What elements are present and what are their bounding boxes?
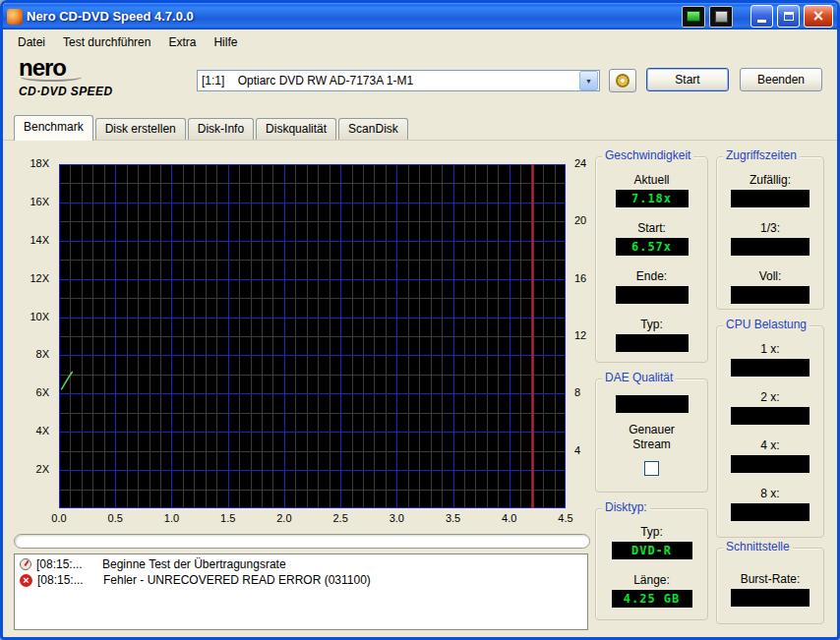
left-axis-tick: 2X — [36, 463, 49, 475]
eject-button[interactable] — [609, 69, 636, 92]
left-axis-labels: 18X16X14X12X10X8X6X4X2X — [3, 164, 55, 508]
iface-label-0: Burst-Rate: — [717, 572, 823, 586]
log-entry-1: [08:15:...Fehler - UNRECOVERED READ ERRO… — [17, 572, 585, 588]
cpu-value-1 — [731, 407, 810, 425]
maximize-icon — [784, 12, 794, 21]
tab-diskqualit-t[interactable]: Diskqualität — [256, 118, 336, 140]
cpu-label-3: 8 x: — [717, 487, 823, 500]
access-times-panel-title: Zugriffszeiten — [723, 148, 800, 162]
dae-value — [616, 395, 689, 413]
drive-combobox-value: [1:1] Optiarc DVD RW AD-7173A 1-M1 — [198, 74, 579, 87]
cpu-label-2: 4 x: — [717, 438, 823, 452]
access-value-0 — [731, 190, 810, 207]
disc-type-panel-title: Disktyp: — [602, 500, 650, 514]
cpu-label-0: 1 x: — [717, 342, 823, 356]
quit-button[interactable]: Beenden — [740, 68, 822, 91]
disc-label-1: Länge: — [596, 573, 707, 587]
maximize-button[interactable] — [777, 5, 800, 28]
close-button[interactable]: × — [804, 5, 833, 28]
speed-panel-title: Geschwindigkeit — [602, 148, 693, 162]
dae-stream-label: Genauer Stream — [621, 423, 684, 452]
x-axis-tick: 3.5 — [446, 512, 460, 524]
tab-disk-erstellen[interactable]: Disk erstellen — [95, 118, 186, 140]
close-icon: × — [812, 9, 825, 24]
toolbar: nero CD·DVD SPEED [1:1] Optiarc DVD RW A… — [3, 55, 837, 108]
logo-line2: CD·DVD SPEED — [19, 85, 186, 98]
gray-panel-icon — [715, 11, 728, 23]
access-times-panel: Zugriffszeiten Zufällig:1/3:Voll: — [716, 156, 824, 310]
window-title: Nero CD-DVD Speed 4.7.0.0 — [27, 9, 678, 24]
x-axis-tick: 4.0 — [502, 512, 516, 524]
titlebar-tool-button-2[interactable] — [709, 6, 733, 28]
disc-value-1: 4.25 GB — [612, 590, 692, 608]
speed-label-0: Aktuell — [596, 173, 707, 187]
right-axis-tick: 8 — [574, 386, 580, 398]
cpu-value-0 — [731, 359, 810, 377]
cpu-value-3 — [731, 503, 810, 521]
x-axis-tick: 3.0 — [390, 512, 404, 524]
left-axis-tick: 14X — [30, 234, 49, 246]
minimize-button[interactable] — [750, 5, 773, 28]
access-label-0: Zufällig: — [717, 173, 823, 187]
menu-item-hilfe[interactable]: Hilfe — [205, 32, 246, 52]
speed-value-3 — [616, 334, 689, 352]
log-entry-text: Beginne Test der Übertragungsrate — [102, 557, 286, 571]
tab-benchmark[interactable]: Benchmark — [14, 115, 93, 141]
disc-icon — [616, 74, 630, 87]
disc-type-panel: Disktyp: Typ:DVD-RLänge:4.25 GB — [595, 508, 708, 620]
titlebar-tool-button-1[interactable] — [682, 6, 705, 28]
tab-scandisk[interactable]: ScanDisk — [338, 118, 408, 140]
speed-label-3: Typ: — [596, 318, 707, 331]
tabstrip: BenchmarkDisk erstellenDisk-InfoDiskqual… — [3, 108, 837, 140]
x-axis-tick: 1.0 — [164, 512, 179, 524]
iface-value-0 — [731, 589, 810, 607]
test-start-icon — [20, 558, 31, 570]
error-icon — [20, 574, 32, 587]
progress-bar — [14, 534, 590, 549]
left-axis-tick: 8X — [36, 348, 49, 360]
left-axis-tick: 12X — [30, 272, 49, 284]
access-label-1: 1/3: — [717, 221, 823, 235]
speed-value-2 — [616, 286, 689, 304]
access-value-1 — [731, 238, 810, 256]
right-axis-tick: 4 — [574, 444, 580, 456]
x-axis-tick: 0.5 — [108, 512, 123, 524]
cpu-label-1: 2 x: — [717, 390, 823, 404]
chevron-down-icon: ▼ — [585, 78, 592, 85]
log-entry-0: [08:15:...Beginne Test der Übertragungsr… — [17, 556, 585, 572]
titlebar[interactable]: Nero CD-DVD Speed 4.7.0.0 × — [3, 3, 837, 29]
nero-logo: nero CD·DVD SPEED — [19, 56, 186, 98]
x-axis-tick: 0.0 — [51, 512, 66, 524]
right-axis-tick: 24 — [574, 157, 586, 169]
interface-panel-title: Schnittstelle — [723, 540, 793, 553]
dae-panel-title: DAE Qualität — [602, 371, 676, 384]
speed-value-0: 7.18x — [616, 190, 689, 207]
dae-panel: DAE Qualität Genauer Stream — [595, 378, 708, 493]
chart-plot — [59, 164, 566, 508]
start-button[interactable]: Start — [646, 68, 729, 91]
left-axis-tick: 4X — [36, 425, 49, 436]
speed-label-2: Ende: — [596, 269, 707, 283]
drive-combobox-dropdown-button[interactable]: ▼ — [579, 71, 598, 90]
log-entry-time: [08:15:... — [36, 557, 97, 571]
access-value-2 — [731, 286, 810, 304]
cpu-usage-panel-title: CPU Belastung — [723, 318, 810, 331]
access-label-2: Voll: — [717, 269, 823, 283]
dae-stream-checkbox[interactable] — [644, 461, 659, 476]
log-entry-time: [08:15:... — [37, 573, 98, 587]
minimize-icon — [757, 20, 766, 23]
menu-item-extra[interactable]: Extra — [159, 32, 205, 52]
log-entry-text: Fehler - UNRECOVERED READ ERROR (031100) — [103, 573, 371, 587]
x-axis-tick: 4.5 — [558, 512, 572, 524]
green-panel-icon — [687, 11, 700, 22]
menu-item-datei[interactable]: Datei — [9, 32, 54, 52]
right-axis-tick: 16 — [574, 272, 586, 284]
menu-item-test-durchf-hren[interactable]: Test durchführen — [54, 32, 159, 52]
menubar: DateiTest durchführenExtraHilfe — [3, 29, 837, 55]
log-box: [08:15:...Beginne Test der Übertragungsr… — [14, 553, 588, 630]
nero-cdspeed-window: Nero CD-DVD Speed 4.7.0.0 × DateiTest du… — [0, 0, 840, 640]
x-axis-tick: 2.5 — [332, 512, 347, 524]
x-axis-tick: 1.5 — [220, 512, 235, 524]
tab-disk-info[interactable]: Disk-Info — [188, 118, 254, 140]
drive-combobox[interactable]: [1:1] Optiarc DVD RW AD-7173A 1-M1 ▼ — [197, 70, 600, 91]
